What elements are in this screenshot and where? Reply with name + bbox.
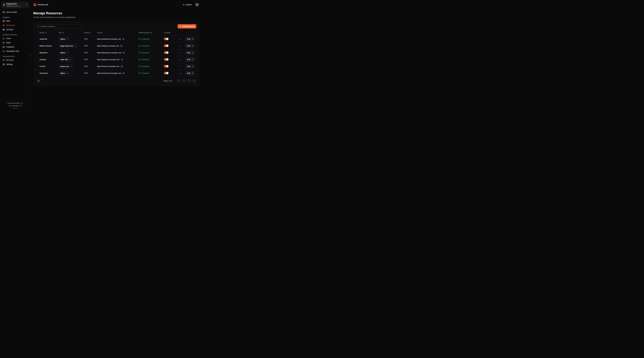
- community-edition-link[interactable]: Community Edition: [8, 102, 23, 104]
- copy-url-button[interactable]: [121, 66, 123, 67]
- add-resource-button[interactable]: Add Resource: [178, 24, 196, 29]
- table-body: Authentik Office TCP https://authentik.e…: [36, 36, 196, 77]
- edit-button[interactable]: Edit: [185, 58, 195, 62]
- theme-selector[interactable]: System: [183, 4, 192, 6]
- enabled-toggle[interactable]: [164, 58, 168, 61]
- site-link-button[interactable]: Home Lab: [58, 65, 73, 69]
- site-link-button[interactable]: Edge Device 01: [58, 44, 78, 48]
- globe-icon: [2, 29, 5, 31]
- sidebar-resize-handle[interactable]: [30, 54, 30, 57]
- access-cell: https://nextcloud.example.com: [97, 72, 138, 74]
- copy-url-button[interactable]: [121, 59, 123, 61]
- protocol: TCP: [84, 65, 97, 67]
- row-actions: ⋯ Edit: [178, 44, 196, 48]
- site-name: Office: [60, 38, 65, 40]
- authentication-cell: Protected: [138, 59, 164, 61]
- column-header-name[interactable]: Name ⇅: [40, 32, 58, 34]
- sidebar-item-shareable-links[interactable]: Shareable Links: [2, 49, 29, 53]
- access-url: https://bitwarden.example.com: [97, 52, 122, 54]
- enabled-toggle[interactable]: [164, 51, 168, 54]
- enabled-cell: [164, 51, 178, 54]
- sidebar-item-roles[interactable]: Roles: [2, 41, 29, 45]
- site-link-button[interactable]: Office: [58, 71, 70, 75]
- arrow-right-icon: [192, 59, 193, 61]
- enabled-toggle[interactable]: [164, 38, 168, 40]
- main-content: PANGOLIN System M Manage Resources Creat…: [30, 0, 202, 111]
- edit-button[interactable]: Edit: [185, 71, 195, 75]
- site-link-button[interactable]: Office: [58, 37, 70, 41]
- next-page-button[interactable]: ›: [187, 79, 191, 83]
- sort-icon[interactable]: ⇅: [45, 32, 46, 34]
- search-input[interactable]: [36, 24, 82, 29]
- site-link-button[interactable]: Office: [58, 51, 70, 55]
- copy-url-button[interactable]: [120, 45, 122, 47]
- access-cell: https://authentik.example.com: [97, 38, 138, 40]
- arrow-right-icon: [192, 66, 193, 67]
- edit-button[interactable]: Edit: [185, 44, 195, 48]
- first-page-button[interactable]: «: [177, 79, 181, 83]
- section-label-general: GENERAL: [2, 17, 28, 18]
- previous-page-button[interactable]: ‹: [182, 79, 186, 83]
- arrow-up-right-icon: [66, 52, 68, 54]
- sidebar-item-invitations[interactable]: Invitations: [2, 45, 29, 49]
- sidebar-item-label: Users: [6, 37, 11, 40]
- edit-button[interactable]: Edit: [185, 51, 195, 55]
- org-selector-title: Organization: [6, 3, 24, 5]
- sidebar-item-sites[interactable]: Sites: [2, 19, 29, 23]
- sites-icon: [2, 20, 5, 22]
- enabled-toggle[interactable]: [164, 72, 168, 74]
- edit-button[interactable]: Edit: [185, 65, 195, 69]
- row-menu-button[interactable]: ⋯: [179, 65, 182, 68]
- sidebar-nav: Server Admin GENERAL Sites Resources Dom…: [2, 10, 29, 66]
- column-header-protocol: Protocol: [84, 32, 97, 34]
- sidebar-item-server-admin[interactable]: Server Admin: [2, 10, 29, 14]
- access-cell: https://bitwarden.example.com: [97, 52, 138, 54]
- copy-url-button[interactable]: [122, 38, 124, 40]
- arrow-right-icon: [192, 52, 193, 54]
- sidebar-item-settings[interactable]: Settings: [2, 62, 29, 66]
- column-label: Protocol: [84, 32, 90, 34]
- sidebar-item-users[interactable]: Users: [2, 37, 29, 41]
- row-menu-button[interactable]: ⋯: [179, 52, 182, 54]
- copy-url-button[interactable]: [123, 72, 125, 74]
- arrow-up-right-icon: [66, 38, 68, 40]
- arrow-up-right-icon: [74, 45, 76, 47]
- page-size-select[interactable]: 20: [36, 79, 44, 83]
- site-link-button[interactable]: AWS VPC: [58, 58, 73, 62]
- resource-name: Authentik: [40, 38, 58, 40]
- building-icon: [3, 4, 5, 6]
- avatar[interactable]: M: [195, 3, 199, 7]
- sort-icon[interactable]: ⇅: [150, 32, 152, 34]
- enabled-toggle[interactable]: [164, 45, 168, 47]
- row-menu-button[interactable]: ⋯: [179, 72, 182, 75]
- enabled-toggle[interactable]: [164, 65, 168, 68]
- section-label-organization: ORGANIZATION: [2, 56, 28, 57]
- user-icon: [2, 37, 5, 40]
- search-box: [36, 24, 82, 29]
- shield-check-icon: [138, 72, 140, 74]
- sidebar-item-label: Resources: [6, 24, 15, 26]
- sidebar: Organization milo@fossorial.io's ... Ser…: [0, 0, 30, 111]
- row-menu-button[interactable]: ⋯: [179, 45, 182, 47]
- sort-icon[interactable]: ⇅: [62, 32, 64, 34]
- sidebar-item-domains[interactable]: Domains: [2, 28, 29, 32]
- sidebar-item-api-keys[interactable]: API Keys: [2, 58, 29, 62]
- edit-button[interactable]: Edit: [185, 37, 195, 41]
- column-label: Name: [40, 32, 44, 34]
- org-selector[interactable]: Organization milo@fossorial.io's ...: [2, 2, 29, 8]
- page-title: Manage Resources: [33, 11, 199, 15]
- column-header-authentication[interactable]: Authentication ⇅: [138, 32, 164, 34]
- site-cell: Office: [58, 51, 84, 55]
- row-menu-button[interactable]: ⋯: [179, 38, 182, 41]
- copy-url-button[interactable]: [123, 52, 125, 54]
- protocol: TCP: [84, 52, 97, 54]
- last-page-button[interactable]: »: [192, 79, 196, 83]
- column-header-site[interactable]: Site ⇅: [58, 32, 84, 34]
- documentation-link[interactable]: Documentation: [9, 105, 22, 107]
- sidebar-item-label: Server Admin: [6, 11, 17, 13]
- brand: PANGOLIN: [33, 3, 48, 7]
- row-menu-button[interactable]: ⋯: [179, 58, 182, 61]
- resource-name: Grafana: [40, 59, 58, 61]
- sidebar-item-resources[interactable]: Resources: [2, 23, 29, 27]
- sidebar-item-label: Domains: [6, 29, 13, 31]
